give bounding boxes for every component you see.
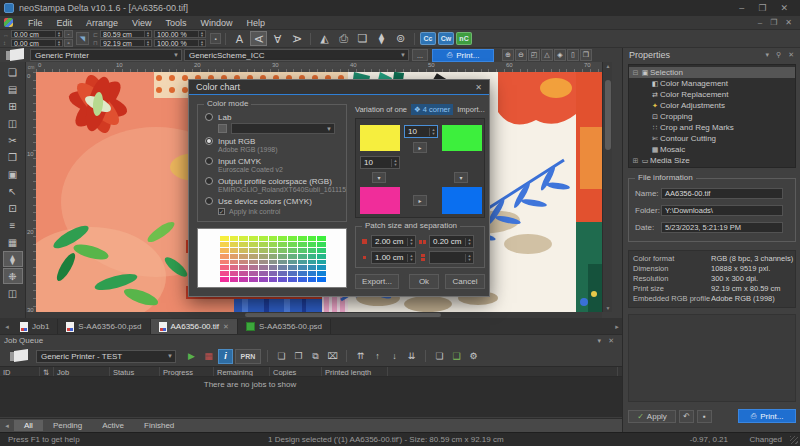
menu-help[interactable]: Help (239, 18, 272, 28)
color-mode-option-1[interactable]: Input RGB (198, 135, 346, 146)
rotate-0-button[interactable]: A (231, 31, 248, 46)
radio-icon[interactable] (205, 137, 213, 145)
column-extra[interactable] (388, 367, 618, 376)
lab-dropdown[interactable]: ▼ (231, 123, 335, 134)
vertical-scrollbar[interactable]: ▲ ▼ (602, 62, 612, 312)
rotate-90-cw-button[interactable]: A (288, 31, 305, 46)
scroll-up-icon[interactable]: ▲ (603, 63, 613, 69)
cut-button[interactable]: ✂ (3, 132, 23, 148)
column-printed-length[interactable]: Printed length (322, 367, 388, 376)
tree-item-color-management[interactable]: ◧Color Management (629, 78, 795, 89)
color-mode-option-4[interactable]: Use device colors (CMYK) (198, 195, 346, 206)
mdi-restore-icon[interactable]: ❐ (770, 18, 777, 27)
paste-button[interactable]: ▣ (3, 166, 23, 182)
dialog-close-icon[interactable]: ✕ (475, 83, 482, 92)
scrollbar-thumb[interactable] (245, 313, 441, 317)
dialog-title-bar[interactable]: Color chart ✕ (189, 80, 489, 95)
select-button[interactable]: ↖ (3, 183, 23, 199)
collapse-icon[interactable]: ▾ (765, 51, 769, 59)
palette-button[interactable]: ❉ (3, 268, 23, 284)
queue-printer-select[interactable]: Generic Printer - TEST▼ (36, 350, 176, 363)
color-mode-option-0[interactable]: Lab (198, 111, 346, 122)
zoom-multi-icon[interactable]: ❒ (580, 49, 592, 61)
zoom-rect-icon[interactable]: ◰ (528, 49, 540, 61)
duplicate-job-button[interactable]: ⧉ (308, 349, 323, 364)
left-steps-input[interactable]: 10▲▼ (360, 156, 400, 169)
tree-item-crop-and-reg-marks[interactable]: ∷Crop and Reg Marks (629, 122, 795, 133)
maximize-icon[interactable]: ❐ (758, 3, 766, 13)
doc-tab-s-aa6356-00.psd[interactable]: S-AA6356-00.psd (58, 319, 150, 334)
color-mode-option-2[interactable]: Input CMYK (198, 155, 346, 166)
app-nc-button[interactable]: nC (456, 32, 472, 45)
height-input[interactable]: 92.19 cm▲▼ (100, 39, 152, 47)
mosaic-button[interactable]: ◫ (3, 285, 23, 301)
move-up-button[interactable]: ↑ (370, 349, 385, 364)
jq-close-icon[interactable]: ✕ (608, 337, 614, 345)
delete-job-button[interactable]: ⌧ (325, 349, 340, 364)
tree-item-selection[interactable]: ⊟▣Selection (629, 67, 795, 78)
save-image-button[interactable]: ◫ (3, 115, 23, 131)
position-x-input[interactable]: 0.00 cm▲▼ (11, 30, 63, 38)
corner-swatch-yellow[interactable] (360, 125, 400, 151)
printer-select[interactable]: Generic Printer▼ (30, 49, 182, 61)
apply-ink-control-checkbox[interactable]: ✓Apply ink control (198, 206, 346, 216)
move-top-button[interactable]: ⇈ (353, 349, 368, 364)
zoom-fit-icon[interactable]: △ (541, 49, 553, 61)
tabs-scroll-left-icon[interactable]: ◂ (2, 320, 12, 334)
copy-right-button[interactable]: ▸ (413, 142, 427, 153)
tab-close-icon[interactable]: ✕ (223, 323, 229, 331)
folder-field[interactable]: Y:\Downloads\ (661, 205, 783, 216)
scheme-select[interactable]: GenericScheme_ICC▼ (184, 49, 409, 61)
tabs-left-icon[interactable]: ◂ (0, 422, 14, 430)
date-field[interactable]: 5/23/2023, 5:21:19 PM (661, 222, 783, 233)
grid-view-button[interactable]: ▦ (3, 234, 23, 250)
column-copies[interactable]: Copies (270, 367, 322, 376)
tree-item-media-size[interactable]: ⊞▭Media Size (629, 155, 795, 166)
print-setup-button[interactable]: ⎙ (335, 31, 352, 46)
width-input[interactable]: 80.59 cm▲▼ (100, 30, 152, 38)
open-job-button[interactable]: ❐ (291, 349, 306, 364)
column-id[interactable]: ID (0, 367, 40, 376)
menu-tools[interactable]: Tools (158, 18, 193, 28)
print-button[interactable]: ⎙ Print... (432, 49, 494, 62)
crop-marks-button[interactable]: ❏ (354, 31, 371, 46)
pin-icon[interactable]: ⚲ (776, 51, 781, 59)
app-cc-button[interactable]: Cc (420, 32, 436, 45)
scale-x-input[interactable]: 100.00 %▲▼ (154, 30, 206, 38)
menu-window[interactable]: Window (193, 18, 239, 28)
doc-tab-job1[interactable]: Job1 (12, 319, 58, 334)
job-list-button[interactable]: ≡ (3, 217, 23, 233)
column-status[interactable]: Status (110, 367, 160, 376)
ok-button[interactable]: Ok (409, 274, 439, 289)
export-button[interactable]: Export... (355, 274, 399, 289)
menu-arrange[interactable]: Arrange (79, 18, 125, 28)
menu-view[interactable]: View (125, 18, 158, 28)
cancel-button[interactable]: Cancel (445, 274, 485, 289)
corner-swatch-blue[interactable] (442, 187, 482, 214)
corner-swatch-magenta[interactable] (360, 187, 400, 214)
import-button[interactable]: Import... (457, 105, 485, 114)
decrement-button[interactable]: - (64, 30, 73, 38)
mirror-button[interactable]: ◭ (316, 31, 333, 46)
column-job[interactable]: Job (54, 367, 110, 376)
top-steps-input[interactable]: 10▲▼ (404, 125, 438, 138)
tree-item-contour-cutting[interactable]: ✄Contour Cutting (629, 133, 795, 144)
tree-item-color-adjustments[interactable]: ✦Color Adjustments (629, 100, 795, 111)
contour-button[interactable]: ⊚ (392, 31, 409, 46)
app-cw-button[interactable]: Cw (438, 32, 454, 45)
more-options-button[interactable]: ... (412, 49, 428, 61)
color-mode-option-3[interactable]: Output profile colorspace (RGB) (198, 175, 346, 186)
queue-tab-pending[interactable]: Pending (43, 420, 92, 431)
queue-tab-finished[interactable]: Finished (134, 420, 184, 431)
queue-settings-button[interactable]: ⚙ (466, 349, 481, 364)
prn-button[interactable]: PRN (235, 349, 261, 364)
print-button-bottom[interactable]: ⎙ Print... (738, 409, 796, 423)
anchor-point-button[interactable]: ◥ (76, 32, 89, 45)
queue-tab-active[interactable]: Active (92, 420, 134, 431)
zoom-out-icon[interactable]: ⊖ (515, 49, 527, 61)
scroll-down-icon[interactable]: ▼ (603, 305, 613, 311)
add-image-button[interactable]: ⊞ (3, 98, 23, 114)
job-ticket-button[interactable]: ❏ (432, 349, 447, 364)
stop-queue-button[interactable]: ▦ (201, 349, 216, 364)
menu-file[interactable]: File (21, 18, 50, 28)
